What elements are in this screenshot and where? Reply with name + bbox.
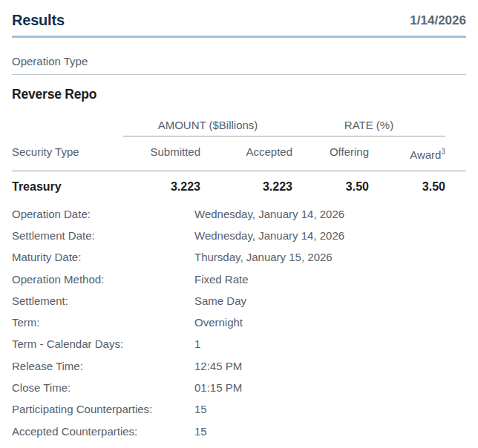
detail-label: Term - Calendar Days:	[12, 337, 194, 351]
operation-type-label: Operation Type	[12, 55, 466, 68]
page-title: Results	[12, 10, 65, 30]
detail-label: Settlement:	[12, 294, 194, 308]
column-award-label: Award	[410, 148, 441, 161]
detail-label: Maturity Date:	[12, 251, 194, 264]
column-offering: Offering	[292, 145, 369, 162]
detail-value: Thursday, January 15, 2026	[194, 251, 466, 264]
treasury-submitted: 3.223	[123, 179, 200, 194]
table-column-header-row: Security Type Submitted Accepted Offerin…	[12, 145, 466, 171]
detail-label: Operation Date:	[12, 208, 194, 221]
column-security-type: Security Type	[12, 145, 123, 162]
detail-row-maturity-date: Maturity Date: Thursday, January 15, 202…	[12, 247, 466, 269]
treasury-offering: 3.50	[292, 179, 369, 194]
page-header: Results 1/14/2026	[12, 10, 466, 30]
detail-value: Overnight	[194, 316, 466, 329]
treasury-accepted: 3.223	[200, 179, 292, 194]
detail-value: 12:45 PM	[194, 360, 466, 373]
detail-row-release-time: Release Time: 12:45 PM	[12, 355, 466, 377]
table-group-header-row: AMOUNT ($Billions) RATE (%)	[12, 119, 466, 136]
detail-row-term-calendar-days: Term - Calendar Days: 1	[12, 334, 466, 355]
detail-label: Accepted Counterparties:	[12, 425, 194, 438]
operation-date-header: 1/14/2026	[410, 12, 466, 30]
detail-value: 1	[194, 337, 466, 351]
detail-value: Fixed Rate	[194, 273, 466, 286]
detail-value: 15	[194, 425, 466, 438]
column-accepted: Accepted	[200, 145, 292, 162]
detail-label: Participating Counterparties:	[12, 403, 194, 416]
operation-type-divider	[12, 74, 466, 75]
detail-row-participating-counterparties: Participating Counterparties: 15	[12, 399, 466, 421]
operation-details-list: Operation Date: Wednesday, January 14, 2…	[12, 203, 466, 442]
detail-value: 15	[194, 403, 466, 416]
detail-row-term: Term: Overnight	[12, 312, 466, 333]
detail-label: Close Time:	[12, 381, 194, 395]
award-footnote-marker: 3	[441, 148, 445, 156]
detail-value: 01:15 PM	[194, 381, 466, 395]
detail-value: Same Day	[194, 294, 466, 308]
group-header-rate: RATE (%)	[292, 119, 445, 136]
detail-row-settlement: Settlement: Same Day	[12, 290, 466, 312]
detail-row-operation-method: Operation Method: Fixed Rate	[12, 269, 466, 290]
treasury-award: 3.50	[369, 179, 445, 194]
detail-row-accepted-counterparties: Accepted Counterparties: 15	[12, 421, 466, 442]
group-header-spacer	[12, 119, 123, 136]
detail-label: Settlement Date:	[12, 229, 194, 243]
detail-label: Term:	[12, 316, 194, 329]
column-submitted: Submitted	[123, 145, 200, 162]
detail-row-settlement-date: Settlement Date: Wednesday, January 14, …	[12, 225, 466, 246]
detail-label: Operation Method:	[12, 273, 194, 286]
detail-label: Release Time:	[12, 360, 194, 373]
header-divider	[12, 36, 466, 38]
treasury-security-type: Treasury	[12, 179, 123, 194]
group-header-amount: AMOUNT ($Billions)	[123, 119, 292, 136]
table-row-treasury: Treasury 3.223 3.223 3.50 3.50	[12, 171, 466, 194]
column-award: Award3	[369, 145, 445, 162]
operation-type-value: Reverse Repo	[12, 87, 466, 102]
detail-value: Wednesday, January 14, 2026	[194, 229, 466, 243]
detail-value: Wednesday, January 14, 2026	[194, 208, 466, 221]
detail-row-close-time: Close Time: 01:15 PM	[12, 377, 466, 398]
results-page: Results 1/14/2026 Operation Type Reverse…	[0, 0, 478, 448]
detail-row-operation-date: Operation Date: Wednesday, January 14, 2…	[12, 203, 466, 225]
